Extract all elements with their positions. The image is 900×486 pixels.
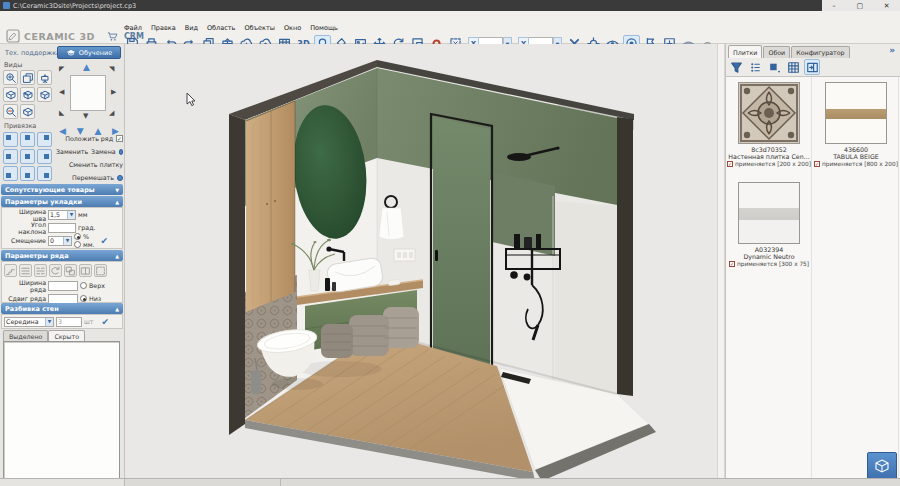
title-bar[interactable]: C:\Ceramic3Dsite\Projects\project.cp3 [0,0,822,11]
snap-d-mc[interactable] [20,149,35,164]
row-pattern-return-icon[interactable] [49,264,62,277]
panel-view-icon[interactable] [804,59,820,75]
display-mode-icon[interactable] [747,59,763,75]
tab-tiles[interactable]: Плитки [728,45,762,58]
door[interactable] [431,114,492,386]
related-products-header[interactable]: Сопутствующие товары▼ [1,184,123,195]
layers-icon[interactable] [20,70,35,85]
row-pattern-lines-icon[interactable] [19,264,32,277]
nav-corner-br[interactable]: ◢ [109,110,114,117]
apply-wall-split-button[interactable]: ✔ [101,317,109,327]
collapse-icon[interactable]: ▲ [115,199,119,205]
3d-mode-button[interactable] [867,452,897,480]
menu-item-0[interactable]: Файл [124,24,142,32]
replace-mode-label[interactable]: Замена [91,148,116,155]
camera-icon[interactable] [37,70,52,85]
3d-viewport[interactable] [125,44,717,478]
collapse-icon[interactable]: ▼ [115,187,119,193]
nav-right[interactable]: ▶ [111,89,116,96]
tab-configurator[interactable]: Конфигуратор [791,46,849,58]
snap-d-br[interactable] [37,166,52,181]
tile-thumbnail-wood[interactable] [825,82,887,144]
row-pattern-steps-icon[interactable] [4,264,17,277]
door-handle[interactable] [435,250,438,261]
wall-split-count-input[interactable]: 3 [56,317,82,327]
shuffle-button[interactable]: Перемешать [72,174,114,181]
shuffle-radio[interactable] [117,175,123,181]
row-params-header[interactable]: Параметры ряда▲ [1,250,123,261]
snap-d-bl[interactable] [3,166,18,181]
change-tile-button[interactable]: Сменить плитку [69,161,123,168]
training-button[interactable]: Обучение [57,46,121,59]
bathroom-scene[interactable] [125,44,717,478]
tech-support-tab[interactable]: Тех. поддержка [5,49,60,57]
navigator-cube[interactable] [70,75,106,111]
tab-selected[interactable]: Выделено [3,330,48,341]
menu-item-5[interactable]: Окно [284,24,301,32]
minimize-button[interactable]: – [832,2,836,10]
viewport-scrollbar[interactable] [717,44,725,478]
nav-down[interactable]: ▼ [83,113,88,120]
zoom-out-icon[interactable] [3,104,18,119]
tab-hidden[interactable]: Скрыто [48,330,85,341]
row-width-input[interactable] [48,281,78,291]
maximize-button[interactable]: ▢ [856,2,863,10]
tile-thumbnail-gray[interactable] [738,182,800,244]
snap-d-bc[interactable] [20,166,35,181]
row-top-radio[interactable] [80,282,87,289]
grid-view-icon[interactable] [785,59,801,75]
expand-panel-button[interactable]: » [889,45,895,55]
angle-input[interactable] [48,223,76,233]
row-bottom-radio[interactable] [80,295,87,302]
collapse-icon[interactable]: ▲ [115,306,119,312]
snap-d-tc[interactable] [20,132,35,147]
view-front-icon[interactable] [3,87,18,102]
snap-d-tr[interactable] [37,132,52,147]
size-mode-icon[interactable] [766,59,782,75]
offset-percent-radio[interactable] [74,233,81,240]
tile-applied-checkbox[interactable]: ✓ [729,261,735,267]
light-switch[interactable] [394,249,415,261]
view-side-icon[interactable] [37,87,52,102]
menu-item-4[interactable]: Объекты [244,24,275,32]
row-pattern-broken-icon[interactable] [34,264,47,277]
view-top-icon[interactable] [20,87,35,102]
row-pattern-select-icon[interactable] [94,264,107,277]
tile-card[interactable]: 8c3d70352 Настенная плитка Cen... ✓приме… [726,77,812,177]
apply-laying-button[interactable]: ✔ [101,236,109,246]
row-pattern-offset-icon[interactable] [64,264,77,277]
view-iso-icon[interactable] [20,104,35,119]
seam-width-select[interactable]: 1,5▼ [48,210,76,220]
menu-item-2[interactable]: Вид [185,24,198,32]
laying-params-header[interactable]: Параметры укладки▲ [1,196,123,207]
snap-d-mr[interactable] [37,149,52,164]
close-button[interactable]: ✕ [884,2,890,10]
row-pattern-split-icon[interactable] [79,264,92,277]
menu-item-3[interactable]: Область [207,24,235,32]
wall-split-mode-select[interactable]: Середина▼ [4,317,54,327]
menu-item-6[interactable]: Помощь [310,24,338,32]
zoom-in-icon[interactable] [3,70,18,85]
hidden-objects-list[interactable] [3,341,120,486]
tile-card[interactable]: A032394 Dynamic Neutro ✓применяется[300 … [726,177,812,277]
nav-corner-tr[interactable]: ◥ [109,66,114,73]
collapse-icon[interactable]: ▲ [115,253,119,259]
tile-applied-checkbox[interactable]: ✓ [727,161,733,167]
filter-icon[interactable] [728,59,744,75]
tile-thumbnail-ornate[interactable] [738,82,800,144]
wall-split-header[interactable]: Разбивка стен▲ [1,303,123,314]
nav-left[interactable]: ◀ [59,89,64,96]
row-shift-input[interactable] [48,294,78,304]
tile-card[interactable]: 436600 TABULA BEIGE ✓применяется[800 x 2… [813,77,899,177]
snap-d-tl[interactable] [3,132,18,147]
offset-mm-radio[interactable] [74,241,81,248]
tab-wallpaper[interactable]: Обои [763,46,790,58]
nav-up[interactable]: ▲ [83,63,90,72]
snap-d-ml[interactable] [3,149,18,164]
nav-corner-bl[interactable]: ◣ [59,110,64,117]
menu-item-1[interactable]: Правка [151,24,176,32]
tall-cabinet[interactable] [246,101,295,312]
nav-corner-tl[interactable]: ◤ [59,66,64,73]
replace-button[interactable]: Заменить [56,148,88,155]
tile-applied-checkbox[interactable]: ✓ [814,161,820,167]
